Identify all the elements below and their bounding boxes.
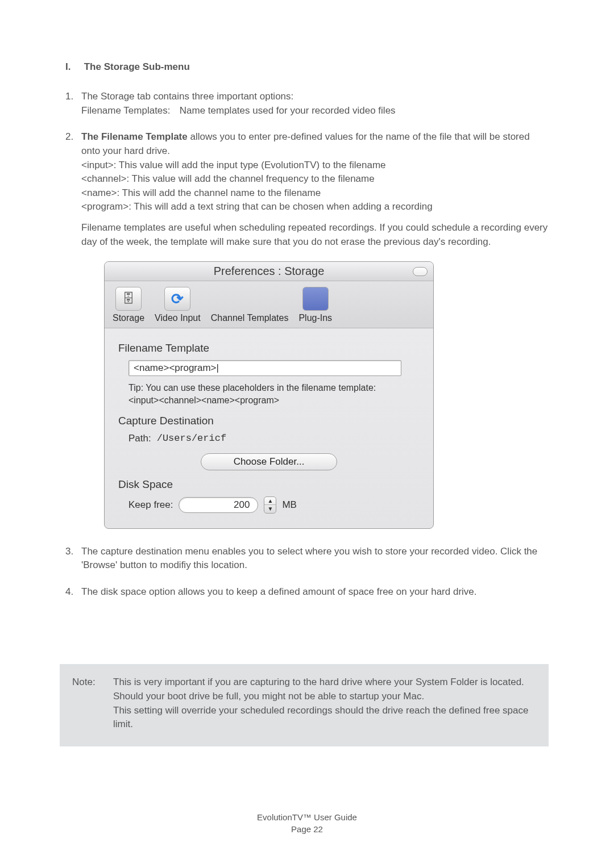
keep-free-row: Keep free: 200 ▲ ▼ MB	[128, 496, 420, 514]
video-input-icon	[164, 287, 190, 311]
window-titlebar[interactable]: Preferences : Storage	[105, 262, 433, 281]
window-content: Filename Template <name><program>| Tip: …	[105, 328, 433, 528]
filename-template-tip: Tip: You can use these placeholders in t…	[128, 382, 420, 406]
footer-guide-title: EvolutionTV™ User Guide	[0, 811, 614, 823]
bold-term: The Filename Template	[81, 131, 188, 142]
item-number: 2.	[65, 130, 81, 249]
tab-label: Plug-Ins	[298, 313, 332, 323]
plugins-icon	[302, 287, 329, 311]
stepper-up-icon[interactable]: ▲	[264, 497, 276, 506]
page-footer: EvolutionTV™ User Guide Page 22	[0, 811, 614, 835]
item-paragraph: The Filename Template allows you to ente…	[81, 130, 549, 158]
item-body: The Filename Template allows you to ente…	[81, 130, 549, 249]
placeholder-channel: <channel>: This value will add the chann…	[81, 172, 549, 186]
item-body: The disk space option allows you to keep…	[81, 585, 549, 599]
keep-free-field[interactable]: 200	[179, 497, 258, 513]
capture-path-row: Path: /Users/ericf	[128, 433, 420, 444]
capture-destination-heading: Capture Destination	[118, 415, 420, 427]
item-line: The Storage tab contains three important…	[81, 90, 549, 104]
keep-free-stepper[interactable]: ▲ ▼	[264, 496, 276, 514]
spacer	[81, 214, 549, 221]
storage-icon	[115, 287, 142, 311]
footer-page-label: Page	[291, 824, 313, 834]
list-item: 1. The Storage tab contains three import…	[65, 90, 549, 118]
note-label: Note:	[72, 675, 113, 732]
disk-space-heading: Disk Space	[118, 478, 420, 491]
keep-free-value: 200	[234, 499, 250, 511]
titlebar-pill-control[interactable]	[413, 267, 428, 276]
item-number: 4.	[65, 585, 81, 599]
definition-label: Filename Templates:	[81, 104, 177, 118]
note-box: Note: This is very important if you are …	[60, 664, 549, 746]
item-line: Filename Templates: Name templates used …	[81, 104, 549, 118]
item-paragraph: Filename templates are useful when sched…	[81, 221, 549, 249]
item-number: 1.	[65, 90, 81, 118]
choose-folder-row: Choose Folder...	[118, 453, 420, 470]
keep-free-label: Keep free:	[128, 499, 173, 511]
tip-line: <input><channel><name><program>	[128, 394, 420, 407]
tab-plugins[interactable]: Plug-Ins	[298, 287, 332, 323]
footer-page-line: Page 22	[0, 823, 614, 835]
path-label: Path:	[128, 433, 151, 444]
tab-video-input[interactable]: Video Input	[155, 287, 201, 323]
path-value: /Users/ericf	[157, 433, 226, 444]
button-label: Choose Folder...	[234, 456, 305, 468]
tab-label: Channel Templates	[211, 313, 289, 323]
placeholder-name: <name>: This will add the channel name t…	[81, 186, 549, 201]
list-item: 2. The Filename Template allows you to e…	[65, 130, 549, 249]
item-number: 3.	[65, 545, 81, 573]
keep-free-unit: MB	[282, 499, 297, 511]
filename-template-value: <name><program>	[134, 362, 217, 374]
filename-template-heading: Filename Template	[118, 342, 420, 354]
section-title: The Storage Sub-menu	[84, 61, 190, 72]
window-title: Preferences : Storage	[214, 265, 325, 278]
preferences-window: Preferences : Storage Storage Video Inpu…	[104, 261, 434, 528]
text-caret: |	[217, 362, 219, 374]
document-page: I. The Storage Sub-menu 1. The Storage t…	[0, 0, 614, 868]
channel-templates-icon	[237, 287, 263, 311]
note-text: This is very important if you are captur…	[113, 675, 536, 732]
stepper-down-icon[interactable]: ▼	[264, 505, 276, 513]
section-number: I.	[65, 61, 81, 73]
placeholder-program: <program>: This will add a text string t…	[81, 200, 549, 214]
section-heading: I. The Storage Sub-menu	[65, 61, 549, 73]
filename-template-field[interactable]: <name><program>|	[128, 360, 401, 376]
instruction-list-cont: 3. The capture destination menu enables …	[65, 545, 549, 599]
item-body: The capture destination menu enables you…	[81, 545, 549, 573]
placeholder-input: <input>: This value will add the input t…	[81, 158, 549, 173]
list-item: 4. The disk space option allows you to k…	[65, 585, 549, 599]
item-body: The Storage tab contains three important…	[81, 90, 549, 118]
tab-channel-templates[interactable]: Channel Templates	[211, 287, 289, 323]
tab-storage[interactable]: Storage	[113, 287, 144, 323]
window-toolbar: Storage Video Input Channel Templates Pl…	[105, 281, 433, 328]
tab-label: Video Input	[155, 313, 201, 323]
tab-label: Storage	[113, 313, 144, 323]
choose-folder-button[interactable]: Choose Folder...	[201, 453, 337, 470]
definition-desc: Name templates used for your recorded vi…	[180, 105, 396, 116]
tip-line: Tip: You can use these placeholders in t…	[128, 382, 420, 394]
footer-page-number: 22	[313, 824, 323, 834]
list-item: 3. The capture destination menu enables …	[65, 545, 549, 573]
instruction-list: 1. The Storage tab contains three import…	[65, 90, 549, 249]
